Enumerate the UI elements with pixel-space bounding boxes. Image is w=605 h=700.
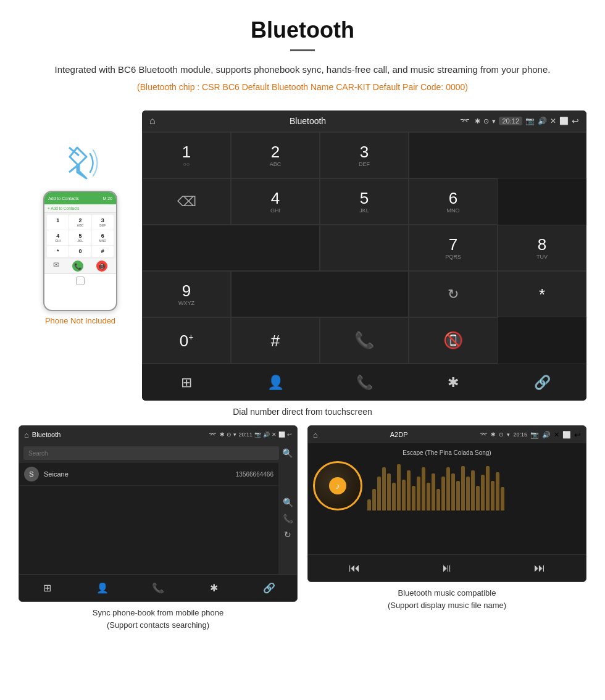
contacts-card: ⌂ Bluetooth ⌤ ✱ ⊙ ▾ 20:11 📷 🔊 ✕ ⬜ ↩	[19, 425, 298, 631]
contacts-nav-phone[interactable]: 📞	[130, 575, 186, 601]
contacts-caption-line2: (Support contacts searching)	[107, 620, 209, 630]
dialpad-grid: 1 ○○ 2 ABC 3 DEF ⌫	[142, 131, 586, 364]
phone-key-5[interactable]: 5JKL	[69, 230, 91, 245]
eq-bar	[436, 489, 440, 510]
contacts-back-icon[interactable]: ↩	[287, 431, 292, 438]
dial-volume-icon[interactable]: 🔊	[538, 117, 547, 125]
phone-key-star[interactable]: *	[47, 246, 69, 257]
contacts-search-input[interactable]	[23, 446, 279, 460]
music-caption-line1: Bluetooth music compatible	[398, 588, 496, 598]
dial-back-icon[interactable]: ↩	[572, 116, 579, 126]
dial-key-3[interactable]: 3 DEF	[320, 132, 409, 178]
music-cam-icon[interactable]: 📷	[530, 431, 539, 439]
dial-call-key[interactable]: 📞	[320, 317, 409, 364]
dial-key-star[interactable]: *	[498, 271, 586, 317]
phone-key-1[interactable]: 1	[47, 215, 69, 230]
music-vol-icon[interactable]: 🔊	[542, 431, 551, 439]
contacts-close-icon[interactable]: ✕	[272, 431, 277, 438]
contact-row-seicane[interactable]: S Seicane 13566664466	[19, 463, 278, 486]
dial-key-1[interactable]: 1 ○○	[142, 132, 231, 178]
eq-bar	[377, 477, 381, 510]
contacts-nav-grid[interactable]: ⊞	[19, 575, 75, 601]
contacts-right-refresh-icon[interactable]: ↻	[284, 530, 291, 540]
contacts-vol-icon[interactable]: 🔊	[263, 431, 270, 438]
dial-refresh-key[interactable]: ↻	[409, 271, 498, 317]
contacts-nav-bt[interactable]: ✱	[186, 575, 241, 601]
music-play-pause-button[interactable]: ⏯	[441, 562, 453, 575]
dial-backspace-key[interactable]: ⌫	[142, 178, 231, 225]
bluetooth-signal-icon	[56, 135, 105, 185]
dial-window-icon[interactable]: ⬜	[559, 117, 569, 125]
dial-key-6[interactable]: 6 MNO	[409, 178, 498, 225]
eq-bar	[422, 467, 425, 510]
contacts-home-icon[interactable]: ⌂	[24, 430, 29, 440]
contacts-nav-link[interactable]: 🔗	[241, 575, 297, 601]
dial-key-2[interactable]: 2 ABC	[231, 132, 320, 178]
nav-contacts[interactable]: 👤	[231, 364, 320, 401]
dial-camera-icon[interactable]: 📷	[525, 117, 535, 125]
contacts-usb-icon: ⌤	[209, 431, 217, 439]
eq-bar	[466, 477, 470, 510]
contacts-nav-person[interactable]: 👤	[75, 575, 130, 601]
contacts-bottom-nav: ⊞ 👤 📞 ✱ 🔗	[19, 574, 297, 601]
nav-link[interactable]: 🔗	[498, 364, 586, 401]
music-close-icon[interactable]: ✕	[554, 431, 559, 439]
phone-key-6[interactable]: 6MNO	[92, 230, 114, 245]
music-next-button[interactable]: ⏭	[534, 562, 545, 575]
dial-close-icon[interactable]: ✕	[550, 117, 556, 125]
phone-key-0[interactable]: 0	[69, 246, 91, 257]
phone-key-3[interactable]: 3DEF	[92, 215, 114, 230]
dial-screen: ⌂ Bluetooth ⌤ ✱ ⊙ ▾ 20:12 📷 🔊 ✕ ⬜ ↩	[142, 110, 586, 401]
main-content: Add to Contacts M:20 + Add to Contacts 1…	[0, 104, 605, 401]
dial-home-icon[interactable]: ⌂	[149, 115, 156, 127]
contacts-list: S Seicane 13566664466	[19, 463, 278, 574]
phone-home-button[interactable]	[76, 277, 85, 285]
nav-grid[interactable]: ⊞	[142, 364, 231, 401]
phone-contact-text: Add to Contacts	[48, 196, 79, 201]
contacts-right-search-icon[interactable]: 🔍	[283, 498, 293, 507]
dial-end-key[interactable]: 📵	[409, 317, 498, 364]
eq-bar	[476, 486, 480, 510]
eq-bar	[486, 466, 490, 510]
dial-key-9[interactable]: 9 WXYZ	[142, 271, 231, 317]
dial-display-area-2	[142, 225, 320, 271]
contacts-right-phone-icon[interactable]: 📞	[283, 514, 293, 523]
page-container: Bluetooth Integrated with BC6 Bluetooth …	[0, 0, 605, 631]
nav-bluetooth[interactable]: ✱	[409, 364, 498, 401]
phone-end-button[interactable]: 📵	[96, 260, 107, 272]
page-header: Bluetooth Integrated with BC6 Bluetooth …	[0, 0, 605, 104]
music-win-icon[interactable]: ⬜	[562, 431, 571, 439]
contacts-person-icon: 👤	[96, 582, 109, 594]
eq-bar	[441, 477, 445, 510]
contacts-search-bar: 🔍	[19, 443, 297, 463]
contacts-cam-icon[interactable]: 📷	[254, 431, 261, 438]
contacts-win-icon[interactable]: ⬜	[278, 431, 285, 438]
eq-bar	[491, 481, 494, 510]
phone-key-2[interactable]: 2ABC	[69, 215, 91, 230]
phone-key-hash[interactable]: #	[92, 246, 114, 257]
eq-bar	[446, 467, 450, 510]
dial-key-4[interactable]: 4 GHI	[231, 178, 320, 225]
music-status-bar: ⌂ A2DP ⌤ ✱ ⊙ ▾ 20:15 📷 🔊 ✕ ⬜ ↩	[308, 426, 586, 443]
music-screenshot: ⌂ A2DP ⌤ ✱ ⊙ ▾ 20:15 📷 🔊 ✕ ⬜ ↩ Escape (T…	[307, 425, 586, 582]
phone-call-button[interactable]: 📞	[72, 260, 83, 272]
phone-keypad: 1 2ABC 3DEF 4GHI 5JKL 6MNO * 0 #	[44, 213, 116, 259]
dial-key-5[interactable]: 5 JKL	[320, 178, 409, 225]
eq-bar	[496, 472, 499, 510]
equalizer	[367, 461, 581, 510]
dial-key-7[interactable]: 7 PQRS	[409, 225, 498, 271]
music-prev-button[interactable]: ⏮	[349, 562, 360, 575]
dial-status-right: ✱ ⊙ ▾ 20:12 📷 🔊 ✕ ⬜ ↩	[475, 116, 579, 126]
page-specs: (Bluetooth chip : CSR BC6 Default Blueto…	[37, 82, 568, 92]
search-icon[interactable]: 🔍	[282, 448, 293, 458]
phone-key-4[interactable]: 4GHI	[47, 230, 69, 245]
music-home-icon[interactable]: ⌂	[313, 430, 318, 440]
dial-key-8[interactable]: 8 TUV	[498, 225, 586, 271]
music-back-icon[interactable]: ↩	[574, 430, 581, 440]
dial-key-0[interactable]: 0+	[142, 317, 231, 364]
music-usb-icon: ⌤	[480, 431, 488, 439]
phone-top-bar: Add to Contacts M:20	[44, 192, 116, 204]
nav-phone[interactable]: 📞	[320, 364, 409, 401]
dial-key-hash[interactable]: #	[231, 317, 320, 364]
eq-bar	[481, 475, 485, 510]
